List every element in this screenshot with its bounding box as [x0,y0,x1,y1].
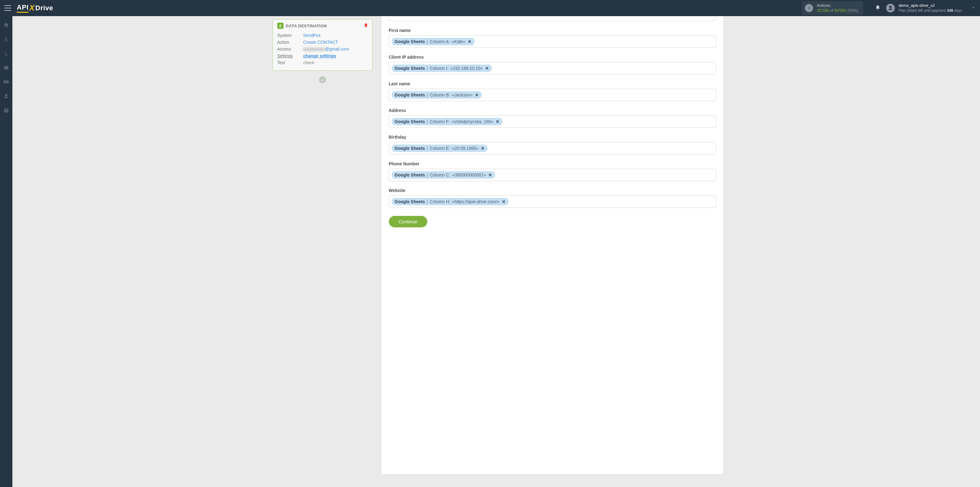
destination-title: DATA DESTINATION [286,24,327,28]
avatar-icon [886,4,895,13]
remove-tag-icon[interactable]: ✕ [496,119,500,124]
field-group: Phone NumberGoogle Sheets | Column C: «3… [389,161,716,181]
field-input[interactable]: Google Sheets | Column C: «380000000001»… [389,169,716,181]
tag-value: «https://apix-drive.com/» [452,199,500,204]
user-name: demo_apix-drive_s2 [899,3,962,8]
destination-card: 2 DATA DESTINATION SystemSendFox ActionC… [273,19,372,71]
tag-value: «Kate» [452,39,465,44]
dollar-icon[interactable] [3,50,9,56]
field-input[interactable]: Google Sheets | Column F: «Volodymyrska,… [389,115,716,128]
main-panel: First nameGoogle Sheets | Column A: «Kat… [381,16,724,474]
tag-separator: | [427,66,428,71]
youtube-icon[interactable] [3,79,9,85]
destination-badge: 2 [277,22,283,29]
field-group: AddressGoogle Sheets | Column F: «Volody… [389,108,716,128]
cutoff-field-box[interactable] [389,16,716,21]
logo[interactable]: APIXDrive [17,3,53,13]
tag-column: Column C: [430,172,450,177]
user-icon[interactable] [3,93,9,99]
remove-tag-icon[interactable]: ✕ [488,172,492,177]
mapping-tag[interactable]: Google Sheets | Column E: «20.09.1995»✕ [391,145,488,152]
actions-pct: (50%) [847,8,858,13]
change-settings-link[interactable]: change settings [303,53,336,58]
field-label: Address [389,108,716,113]
field-group: BirthdayGoogle Sheets | Column E: «20.09… [389,135,716,155]
logo-drive: Drive [35,4,53,12]
mapping-tag[interactable]: Google Sheets | Column H: «https://apix-… [391,198,509,205]
actions-counter[interactable]: i Actions: 25'169 of 50'000 (50%) [802,1,863,14]
field-label: Phone Number [389,161,716,166]
field-input[interactable]: Google Sheets | Column B: «Jackson»✕ [389,89,716,101]
dest-row-settings: Settingschange settings [277,53,368,59]
tag-column: Column B: [430,93,450,97]
dest-row-test: Testcheck [277,59,368,66]
tag-source: Google Sheets [395,39,425,44]
home-icon[interactable] [3,22,9,28]
actions-total: 50'000 [834,8,846,13]
remove-tag-icon[interactable]: ✕ [502,199,506,204]
tag-value: «Volodymyrska, 150» [452,119,493,124]
tag-separator: | [427,39,428,44]
tag-separator: | [427,119,428,124]
topbar: APIXDrive i Actions: 25'169 of 50'000 (5… [0,0,980,16]
briefcase-icon[interactable] [3,64,9,71]
field-group: Client IP addressGoogle Sheets | Column … [389,54,716,75]
field-label: Client IP address [389,54,716,59]
tag-column: Column I: [430,66,448,71]
field-input[interactable]: Google Sheets | Column H: «https://apix-… [389,195,716,208]
field-input[interactable]: Google Sheets | Column A: «Kate»✕ [389,35,716,48]
continue-button[interactable]: Continue [389,216,427,227]
actions-of: of [830,8,834,13]
tag-source: Google Sheets [395,146,425,151]
left-sidebar [0,16,13,487]
tag-source: Google Sheets [395,66,425,71]
tag-column: Column F: [430,119,450,124]
field-group: First nameGoogle Sheets | Column A: «Kat… [389,28,716,48]
logo-x: X [29,3,35,13]
dest-row-action: ActionCreate CONTACT [277,39,368,46]
tag-value: «192.168.10.10» [450,66,483,71]
tag-source: Google Sheets [395,172,425,177]
help-icon[interactable] [3,107,9,113]
field-input[interactable]: Google Sheets | Column I: «192.168.10.10… [389,62,716,75]
remove-tag-icon[interactable]: ✕ [475,93,479,97]
field-input[interactable]: Google Sheets | Column E: «20.09.1995»✕ [389,142,716,155]
remove-tag-icon[interactable]: ✕ [468,39,472,44]
tag-column: Column A: [430,39,450,44]
tag-source: Google Sheets [395,199,425,204]
tag-column: Column H: [430,199,450,204]
mapping-tag[interactable]: Google Sheets | Column I: «192.168.10.10… [391,64,492,72]
remove-tag-icon[interactable]: ✕ [481,146,485,151]
field-label: Last name [389,81,716,86]
remove-tag-icon[interactable]: ✕ [485,66,489,71]
dest-row-system: SystemSendFox [277,32,368,39]
bell-icon[interactable] [875,5,881,11]
tag-separator: | [427,93,428,97]
tag-value: «380000000001» [452,172,486,177]
tag-value: «20.09.1995» [452,146,479,151]
field-label: Birthday [389,135,716,140]
hamburger-menu-icon[interactable] [4,5,11,11]
mapping-tag[interactable]: Google Sheets | Column B: «Jackson»✕ [391,91,482,99]
tag-source: Google Sheets [395,119,425,124]
chevron-down-icon [971,6,976,11]
tag-value: «Jackson» [452,93,473,97]
dest-row-access: Accessxxxxxxxxxx@gmail.com [277,46,368,53]
mapping-tag[interactable]: Google Sheets | Column A: «Kate»✕ [391,38,475,45]
info-icon: i [805,4,813,12]
logo-api: API [17,3,29,13]
mapping-tag[interactable]: Google Sheets | Column F: «Volodymyrska,… [391,118,503,125]
mapping-tag[interactable]: Google Sheets | Column C: «380000000001»… [391,171,495,179]
side-panel: 2 DATA DESTINATION SystemSendFox ActionC… [255,16,372,474]
tag-source: Google Sheets [395,93,425,97]
sitemap-icon[interactable] [3,36,9,42]
field-group: Last nameGoogle Sheets | Column B: «Jack… [389,81,716,101]
trash-icon[interactable] [363,22,368,29]
user-menu[interactable]: demo_apix-drive_s2 Plan |Start| left unt… [886,3,976,13]
tag-column: Column E: [430,146,450,151]
field-group: WebsiteGoogle Sheets | Column H: «https:… [389,188,716,208]
field-label: Website [389,188,716,193]
actions-label: Actions: [817,3,858,8]
tag-separator: | [427,199,428,204]
add-destination-button[interactable]: + [319,76,326,83]
